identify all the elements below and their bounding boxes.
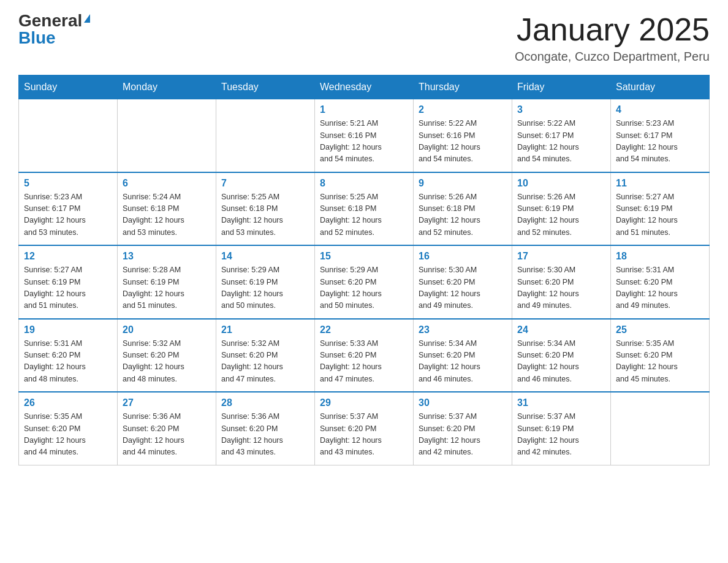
calendar-week-row: 26Sunrise: 5:35 AMSunset: 6:20 PMDayligh…: [19, 392, 710, 465]
day-info: Sunrise: 5:25 AMSunset: 6:18 PMDaylight:…: [320, 191, 408, 239]
day-number: 24: [517, 324, 605, 335]
calendar-day-cell: 9Sunrise: 5:26 AMSunset: 6:18 PMDaylight…: [414, 172, 512, 246]
day-info: Sunrise: 5:37 AMSunset: 6:19 PMDaylight:…: [517, 411, 605, 459]
calendar-day-cell: 14Sunrise: 5:29 AMSunset: 6:19 PMDayligh…: [216, 245, 315, 319]
calendar-day-cell: 26Sunrise: 5:35 AMSunset: 6:20 PMDayligh…: [19, 392, 118, 465]
calendar-day-cell: 4Sunrise: 5:23 AMSunset: 6:17 PMDaylight…: [611, 99, 710, 172]
day-info: Sunrise: 5:30 AMSunset: 6:20 PMDaylight:…: [517, 264, 605, 312]
calendar-day-header: Tuesday: [216, 75, 315, 99]
location-title: Ocongate, Cuzco Department, Peru: [515, 50, 710, 64]
calendar-day-cell: 19Sunrise: 5:31 AMSunset: 6:20 PMDayligh…: [19, 319, 118, 393]
calendar-day-cell: 24Sunrise: 5:34 AMSunset: 6:20 PMDayligh…: [512, 319, 611, 393]
calendar-day-cell: 16Sunrise: 5:30 AMSunset: 6:20 PMDayligh…: [414, 245, 512, 319]
calendar-day-cell: 1Sunrise: 5:21 AMSunset: 6:16 PMDaylight…: [315, 99, 414, 172]
calendar-day-cell: 12Sunrise: 5:27 AMSunset: 6:19 PMDayligh…: [19, 245, 118, 319]
day-info: Sunrise: 5:30 AMSunset: 6:20 PMDaylight:…: [419, 264, 507, 312]
calendar-week-row: 1Sunrise: 5:21 AMSunset: 6:16 PMDaylight…: [19, 99, 710, 172]
day-info: Sunrise: 5:31 AMSunset: 6:20 PMDaylight:…: [24, 338, 112, 386]
calendar-day-header: Monday: [118, 75, 216, 99]
day-info: Sunrise: 5:23 AMSunset: 6:17 PMDaylight:…: [24, 191, 112, 239]
day-info: Sunrise: 5:29 AMSunset: 6:19 PMDaylight:…: [221, 264, 309, 312]
day-number: 25: [616, 324, 704, 335]
day-number: 31: [517, 397, 605, 408]
day-number: 17: [517, 251, 605, 262]
day-number: 21: [221, 324, 309, 335]
day-number: 27: [123, 397, 211, 408]
day-info: Sunrise: 5:29 AMSunset: 6:20 PMDaylight:…: [320, 264, 408, 312]
day-info: Sunrise: 5:24 AMSunset: 6:18 PMDaylight:…: [123, 191, 211, 239]
day-info: Sunrise: 5:36 AMSunset: 6:20 PMDaylight:…: [123, 411, 211, 459]
calendar-week-row: 12Sunrise: 5:27 AMSunset: 6:19 PMDayligh…: [19, 245, 710, 319]
calendar-day-header: Sunday: [19, 75, 118, 99]
day-info: Sunrise: 5:34 AMSunset: 6:20 PMDaylight:…: [419, 338, 507, 386]
calendar-header-row: SundayMondayTuesdayWednesdayThursdayFrid…: [19, 75, 710, 99]
day-info: Sunrise: 5:31 AMSunset: 6:20 PMDaylight:…: [616, 264, 704, 312]
calendar-day-cell: [611, 392, 710, 465]
calendar-day-cell: [118, 99, 216, 172]
day-number: 16: [419, 251, 507, 262]
day-info: Sunrise: 5:32 AMSunset: 6:20 PMDaylight:…: [123, 338, 211, 386]
day-info: Sunrise: 5:35 AMSunset: 6:20 PMDaylight:…: [24, 411, 112, 459]
calendar-day-cell: [216, 99, 315, 172]
calendar-day-cell: 7Sunrise: 5:25 AMSunset: 6:18 PMDaylight…: [216, 172, 315, 246]
day-number: 11: [616, 178, 704, 189]
calendar-day-cell: 3Sunrise: 5:22 AMSunset: 6:17 PMDaylight…: [512, 99, 611, 172]
day-info: Sunrise: 5:37 AMSunset: 6:20 PMDaylight:…: [320, 411, 408, 459]
calendar-day-cell: 5Sunrise: 5:23 AMSunset: 6:17 PMDaylight…: [19, 172, 118, 246]
calendar-day-cell: 8Sunrise: 5:25 AMSunset: 6:18 PMDaylight…: [315, 172, 414, 246]
calendar-week-row: 5Sunrise: 5:23 AMSunset: 6:17 PMDaylight…: [19, 172, 710, 246]
logo: General Blue: [18, 12, 90, 47]
calendar-day-cell: 15Sunrise: 5:29 AMSunset: 6:20 PMDayligh…: [315, 245, 414, 319]
day-info: Sunrise: 5:32 AMSunset: 6:20 PMDaylight:…: [221, 338, 309, 386]
calendar-day-cell: 31Sunrise: 5:37 AMSunset: 6:19 PMDayligh…: [512, 392, 611, 465]
day-number: 5: [24, 178, 112, 189]
calendar-day-cell: 28Sunrise: 5:36 AMSunset: 6:20 PMDayligh…: [216, 392, 315, 465]
calendar-day-cell: 2Sunrise: 5:22 AMSunset: 6:16 PMDaylight…: [414, 99, 512, 172]
day-info: Sunrise: 5:35 AMSunset: 6:20 PMDaylight:…: [616, 338, 704, 386]
day-number: 12: [24, 251, 112, 262]
logo-blue-text: Blue: [18, 29, 56, 47]
logo-general-text: General: [18, 12, 82, 29]
day-number: 29: [320, 397, 408, 408]
day-info: Sunrise: 5:28 AMSunset: 6:19 PMDaylight:…: [123, 264, 211, 312]
title-section: January 2025 Ocongate, Cuzco Department,…: [515, 12, 710, 64]
calendar-day-cell: 23Sunrise: 5:34 AMSunset: 6:20 PMDayligh…: [414, 319, 512, 393]
day-number: 8: [320, 178, 408, 189]
day-number: 30: [419, 397, 507, 408]
calendar-day-cell: 21Sunrise: 5:32 AMSunset: 6:20 PMDayligh…: [216, 319, 315, 393]
day-number: 3: [517, 104, 605, 115]
page-header: General Blue January 2025 Ocongate, Cuzc…: [18, 12, 710, 64]
day-number: 28: [221, 397, 309, 408]
day-info: Sunrise: 5:26 AMSunset: 6:19 PMDaylight:…: [517, 191, 605, 239]
logo-triangle-icon: [84, 14, 90, 23]
day-info: Sunrise: 5:36 AMSunset: 6:20 PMDaylight:…: [221, 411, 309, 459]
day-info: Sunrise: 5:34 AMSunset: 6:20 PMDaylight:…: [517, 338, 605, 386]
day-number: 13: [123, 251, 211, 262]
calendar-table: SundayMondayTuesdayWednesdayThursdayFrid…: [18, 75, 710, 465]
calendar-day-cell: [19, 99, 118, 172]
calendar-day-header: Friday: [512, 75, 611, 99]
day-number: 2: [419, 104, 507, 115]
month-title: January 2025: [515, 12, 710, 47]
calendar-day-header: Wednesday: [315, 75, 414, 99]
day-number: 7: [221, 178, 309, 189]
day-number: 9: [419, 178, 507, 189]
day-number: 10: [517, 178, 605, 189]
calendar-day-cell: 10Sunrise: 5:26 AMSunset: 6:19 PMDayligh…: [512, 172, 611, 246]
calendar-day-cell: 13Sunrise: 5:28 AMSunset: 6:19 PMDayligh…: [118, 245, 216, 319]
calendar-day-cell: 18Sunrise: 5:31 AMSunset: 6:20 PMDayligh…: [611, 245, 710, 319]
calendar-day-cell: 27Sunrise: 5:36 AMSunset: 6:20 PMDayligh…: [118, 392, 216, 465]
day-info: Sunrise: 5:22 AMSunset: 6:17 PMDaylight:…: [517, 118, 605, 166]
day-number: 18: [616, 251, 704, 262]
day-number: 23: [419, 324, 507, 335]
calendar-day-cell: 11Sunrise: 5:27 AMSunset: 6:19 PMDayligh…: [611, 172, 710, 246]
day-info: Sunrise: 5:25 AMSunset: 6:18 PMDaylight:…: [221, 191, 309, 239]
day-number: 15: [320, 251, 408, 262]
day-number: 6: [123, 178, 211, 189]
day-number: 1: [320, 104, 408, 115]
calendar-day-cell: 25Sunrise: 5:35 AMSunset: 6:20 PMDayligh…: [611, 319, 710, 393]
calendar-day-cell: 22Sunrise: 5:33 AMSunset: 6:20 PMDayligh…: [315, 319, 414, 393]
calendar-day-cell: 20Sunrise: 5:32 AMSunset: 6:20 PMDayligh…: [118, 319, 216, 393]
day-info: Sunrise: 5:22 AMSunset: 6:16 PMDaylight:…: [419, 118, 507, 166]
day-number: 14: [221, 251, 309, 262]
